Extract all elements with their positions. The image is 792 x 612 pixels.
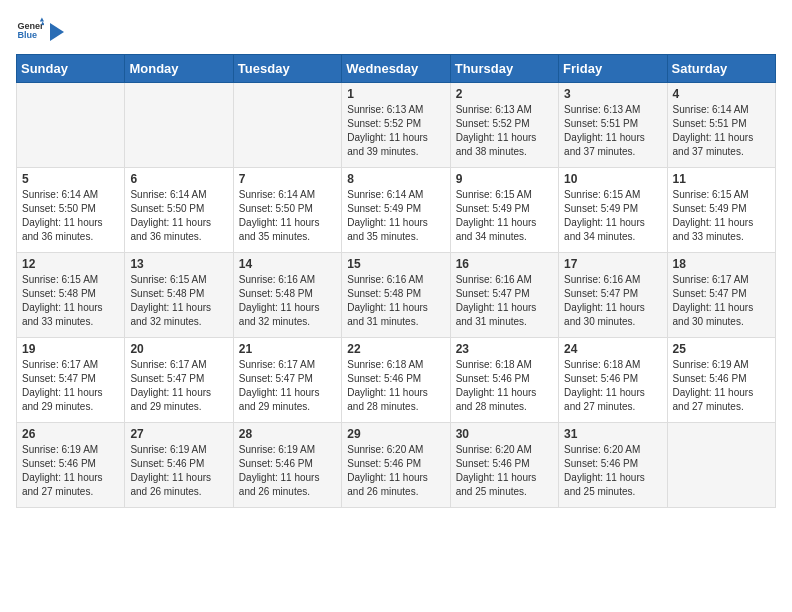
day-cell: 8Sunrise: 6:14 AM Sunset: 5:49 PM Daylig… [342,168,450,253]
day-cell [667,423,775,508]
day-number: 3 [564,87,661,101]
day-info: Sunrise: 6:13 AM Sunset: 5:51 PM Dayligh… [564,103,661,159]
day-number: 4 [673,87,770,101]
day-info: Sunrise: 6:13 AM Sunset: 5:52 PM Dayligh… [456,103,553,159]
day-cell [233,83,341,168]
week-row-2: 5Sunrise: 6:14 AM Sunset: 5:50 PM Daylig… [17,168,776,253]
day-cell: 25Sunrise: 6:19 AM Sunset: 5:46 PM Dayli… [667,338,775,423]
day-info: Sunrise: 6:20 AM Sunset: 5:46 PM Dayligh… [564,443,661,499]
day-info: Sunrise: 6:19 AM Sunset: 5:46 PM Dayligh… [239,443,336,499]
day-info: Sunrise: 6:17 AM Sunset: 5:47 PM Dayligh… [22,358,119,414]
day-number: 16 [456,257,553,271]
day-info: Sunrise: 6:14 AM Sunset: 5:51 PM Dayligh… [673,103,770,159]
day-number: 9 [456,172,553,186]
day-cell: 14Sunrise: 6:16 AM Sunset: 5:48 PM Dayli… [233,253,341,338]
day-info: Sunrise: 6:14 AM Sunset: 5:50 PM Dayligh… [239,188,336,244]
day-number: 23 [456,342,553,356]
day-info: Sunrise: 6:18 AM Sunset: 5:46 PM Dayligh… [347,358,444,414]
day-info: Sunrise: 6:18 AM Sunset: 5:46 PM Dayligh… [564,358,661,414]
day-number: 6 [130,172,227,186]
day-info: Sunrise: 6:16 AM Sunset: 5:48 PM Dayligh… [239,273,336,329]
day-info: Sunrise: 6:18 AM Sunset: 5:46 PM Dayligh… [456,358,553,414]
day-number: 7 [239,172,336,186]
column-header-sunday: Sunday [17,55,125,83]
day-info: Sunrise: 6:14 AM Sunset: 5:49 PM Dayligh… [347,188,444,244]
svg-marker-4 [50,23,64,41]
svg-text:General: General [17,21,44,31]
calendar-table: SundayMondayTuesdayWednesdayThursdayFrid… [16,54,776,508]
day-number: 19 [22,342,119,356]
day-cell: 31Sunrise: 6:20 AM Sunset: 5:46 PM Dayli… [559,423,667,508]
column-header-tuesday: Tuesday [233,55,341,83]
day-number: 22 [347,342,444,356]
day-cell: 27Sunrise: 6:19 AM Sunset: 5:46 PM Dayli… [125,423,233,508]
day-cell: 24Sunrise: 6:18 AM Sunset: 5:46 PM Dayli… [559,338,667,423]
day-cell: 16Sunrise: 6:16 AM Sunset: 5:47 PM Dayli… [450,253,558,338]
day-info: Sunrise: 6:14 AM Sunset: 5:50 PM Dayligh… [22,188,119,244]
day-cell: 2Sunrise: 6:13 AM Sunset: 5:52 PM Daylig… [450,83,558,168]
calendar-header: SundayMondayTuesdayWednesdayThursdayFrid… [17,55,776,83]
day-info: Sunrise: 6:20 AM Sunset: 5:46 PM Dayligh… [456,443,553,499]
day-cell: 18Sunrise: 6:17 AM Sunset: 5:47 PM Dayli… [667,253,775,338]
day-cell: 20Sunrise: 6:17 AM Sunset: 5:47 PM Dayli… [125,338,233,423]
day-cell: 19Sunrise: 6:17 AM Sunset: 5:47 PM Dayli… [17,338,125,423]
day-number: 17 [564,257,661,271]
day-info: Sunrise: 6:19 AM Sunset: 5:46 PM Dayligh… [22,443,119,499]
day-info: Sunrise: 6:14 AM Sunset: 5:50 PM Dayligh… [130,188,227,244]
day-cell: 30Sunrise: 6:20 AM Sunset: 5:46 PM Dayli… [450,423,558,508]
day-info: Sunrise: 6:17 AM Sunset: 5:47 PM Dayligh… [239,358,336,414]
day-info: Sunrise: 6:15 AM Sunset: 5:48 PM Dayligh… [22,273,119,329]
column-header-friday: Friday [559,55,667,83]
day-number: 10 [564,172,661,186]
day-cell: 4Sunrise: 6:14 AM Sunset: 5:51 PM Daylig… [667,83,775,168]
day-info: Sunrise: 6:19 AM Sunset: 5:46 PM Dayligh… [130,443,227,499]
day-cell: 5Sunrise: 6:14 AM Sunset: 5:50 PM Daylig… [17,168,125,253]
column-header-thursday: Thursday [450,55,558,83]
day-number: 8 [347,172,444,186]
day-cell: 1Sunrise: 6:13 AM Sunset: 5:52 PM Daylig… [342,83,450,168]
day-cell [125,83,233,168]
day-cell: 10Sunrise: 6:15 AM Sunset: 5:49 PM Dayli… [559,168,667,253]
logo-triangle-icon [48,21,66,43]
day-info: Sunrise: 6:19 AM Sunset: 5:46 PM Dayligh… [673,358,770,414]
logo: General Blue [16,16,66,44]
day-number: 15 [347,257,444,271]
day-cell: 11Sunrise: 6:15 AM Sunset: 5:49 PM Dayli… [667,168,775,253]
day-cell: 21Sunrise: 6:17 AM Sunset: 5:47 PM Dayli… [233,338,341,423]
day-number: 21 [239,342,336,356]
day-number: 11 [673,172,770,186]
day-cell: 26Sunrise: 6:19 AM Sunset: 5:46 PM Dayli… [17,423,125,508]
day-cell: 22Sunrise: 6:18 AM Sunset: 5:46 PM Dayli… [342,338,450,423]
week-row-5: 26Sunrise: 6:19 AM Sunset: 5:46 PM Dayli… [17,423,776,508]
day-cell: 28Sunrise: 6:19 AM Sunset: 5:46 PM Dayli… [233,423,341,508]
day-number: 30 [456,427,553,441]
day-info: Sunrise: 6:16 AM Sunset: 5:47 PM Dayligh… [456,273,553,329]
svg-text:Blue: Blue [17,30,37,40]
column-header-wednesday: Wednesday [342,55,450,83]
day-number: 28 [239,427,336,441]
page-header: General Blue [16,16,776,44]
day-info: Sunrise: 6:20 AM Sunset: 5:46 PM Dayligh… [347,443,444,499]
day-cell: 3Sunrise: 6:13 AM Sunset: 5:51 PM Daylig… [559,83,667,168]
day-info: Sunrise: 6:15 AM Sunset: 5:48 PM Dayligh… [130,273,227,329]
day-info: Sunrise: 6:16 AM Sunset: 5:48 PM Dayligh… [347,273,444,329]
day-cell: 15Sunrise: 6:16 AM Sunset: 5:48 PM Dayli… [342,253,450,338]
day-number: 12 [22,257,119,271]
day-info: Sunrise: 6:17 AM Sunset: 5:47 PM Dayligh… [130,358,227,414]
day-info: Sunrise: 6:16 AM Sunset: 5:47 PM Dayligh… [564,273,661,329]
week-row-3: 12Sunrise: 6:15 AM Sunset: 5:48 PM Dayli… [17,253,776,338]
week-row-4: 19Sunrise: 6:17 AM Sunset: 5:47 PM Dayli… [17,338,776,423]
day-cell: 12Sunrise: 6:15 AM Sunset: 5:48 PM Dayli… [17,253,125,338]
day-cell: 17Sunrise: 6:16 AM Sunset: 5:47 PM Dayli… [559,253,667,338]
calendar-body: 1Sunrise: 6:13 AM Sunset: 5:52 PM Daylig… [17,83,776,508]
day-number: 29 [347,427,444,441]
day-info: Sunrise: 6:17 AM Sunset: 5:47 PM Dayligh… [673,273,770,329]
day-info: Sunrise: 6:15 AM Sunset: 5:49 PM Dayligh… [564,188,661,244]
day-number: 2 [456,87,553,101]
day-number: 31 [564,427,661,441]
day-number: 27 [130,427,227,441]
day-number: 1 [347,87,444,101]
day-number: 5 [22,172,119,186]
day-number: 14 [239,257,336,271]
day-number: 25 [673,342,770,356]
